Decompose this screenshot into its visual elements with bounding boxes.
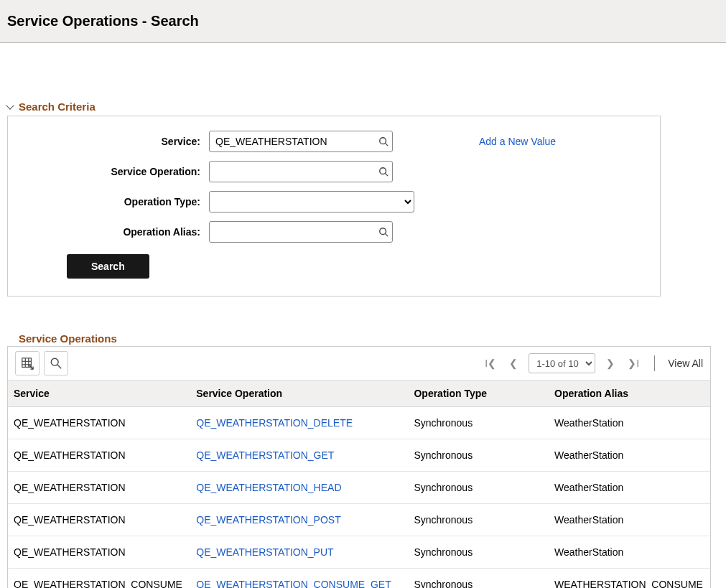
grid-find-button[interactable] [44,351,68,375]
search-criteria-label: Search Criteria [19,101,96,113]
operation-alias-label: Operation Alias: [29,226,209,238]
cell-operation-type: Synchronous [408,407,549,439]
grid-personalize-button[interactable] [15,351,39,375]
service-operation-lookup-icon[interactable] [378,167,388,177]
cell-service-operation-link[interactable]: QE_WEATHERSTATION_PUT [190,536,408,569]
service-operation-label: Service Operation: [29,166,209,177]
last-page-icon[interactable]: ❯I [625,358,641,369]
svg-line-1 [386,144,388,146]
cell-operation-alias: WeatherStation [549,472,710,504]
page-header: Service Operations - Search [0,0,726,43]
cell-operation-alias: WeatherStation [549,536,710,569]
search-criteria-box: Service: Add a New Value Service Operati… [7,116,661,297]
cell-service-operation-link[interactable]: QE_WEATHERSTATION_DELETE [190,407,408,439]
view-all-link[interactable]: View All [668,358,703,369]
first-page-icon[interactable]: I❮ [483,358,498,369]
cell-service: QE_WEATHERSTATION [8,504,190,536]
operation-type-select[interactable] [209,191,414,213]
cell-service: QE_WEATHERSTATION_CONSUME [8,569,190,589]
cell-operation-type: Synchronous [408,472,549,504]
svg-point-0 [380,138,386,144]
svg-line-3 [386,174,388,177]
next-page-icon[interactable]: ❯ [602,358,618,369]
search-button[interactable]: Search [67,254,149,279]
col-operation-alias[interactable]: Operation Alias [549,381,710,407]
cell-operation-type: Synchronous [408,504,549,536]
service-operations-heading: Service Operations [19,332,719,345]
cell-service-operation-link[interactable]: QE_WEATHERSTATION_POST [190,504,408,536]
col-service-operation[interactable]: Service Operation [190,381,408,407]
cell-operation-alias: WEATHERSTATION_CONSUME [549,569,710,589]
cell-service: QE_WEATHERSTATION [8,407,190,439]
svg-point-4 [380,228,386,235]
cell-operation-type: Synchronous [408,569,549,589]
cell-service-operation-link[interactable]: QE_WEATHERSTATION_GET [190,439,408,472]
cell-operation-type: Synchronous [408,439,549,472]
row-range-select[interactable]: 1-10 of 10 [529,353,595,373]
service-input[interactable] [209,131,393,152]
grid-header-row: Service Service Operation Operation Type… [8,381,710,407]
cell-operation-type: Synchronous [408,536,549,569]
col-service[interactable]: Service [8,381,190,407]
operation-alias-input[interactable] [209,221,393,243]
cell-operation-alias: WeatherStation [549,504,710,536]
table-row: QE_WEATHERSTATION_CONSUMEQE_WEATHERSTATI… [8,569,710,589]
cell-service: QE_WEATHERSTATION [8,472,190,504]
svg-point-11 [51,358,58,365]
service-operation-input[interactable] [209,161,393,182]
table-row: QE_WEATHERSTATIONQE_WEATHERSTATION_GETSy… [8,439,710,472]
svg-line-12 [57,365,61,368]
cell-operation-alias: WeatherStation [549,439,710,472]
table-row: QE_WEATHERSTATIONQE_WEATHERSTATION_DELET… [8,407,710,439]
table-row: QE_WEATHERSTATIONQE_WEATHERSTATION_HEADS… [8,472,710,504]
service-label: Service: [29,136,209,147]
svg-line-5 [386,234,388,237]
add-new-value-link[interactable]: Add a New Value [479,136,556,147]
grid-table: Service Service Operation Operation Type… [8,381,710,588]
prev-page-icon[interactable]: ❮ [506,358,521,369]
search-criteria-heading[interactable]: Search Criteria [7,101,719,113]
cell-operation-alias: WeatherStation [549,407,710,439]
service-operations-grid: I❮ ❮ 1-10 of 10 ❯ ❯I View All Service Se… [7,346,711,588]
cell-service: QE_WEATHERSTATION [8,439,190,472]
chevron-down-icon [6,101,14,109]
cell-service-operation-link[interactable]: QE_WEATHERSTATION_CONSUME_GET [190,569,408,589]
page-title: Service Operations - Search [7,13,719,29]
service-lookup-icon[interactable] [378,136,388,146]
grid-toolbar: I❮ ❮ 1-10 of 10 ❯ ❯I View All [8,347,710,381]
operation-type-label: Operation Type: [29,196,209,207]
cell-service: QE_WEATHERSTATION [8,536,190,569]
toolbar-separator [654,355,655,371]
cell-service-operation-link[interactable]: QE_WEATHERSTATION_HEAD [190,472,408,504]
table-row: QE_WEATHERSTATIONQE_WEATHERSTATION_POSTS… [8,504,710,536]
table-row: QE_WEATHERSTATIONQE_WEATHERSTATION_PUTSy… [8,536,710,569]
col-operation-type[interactable]: Operation Type [408,381,549,407]
svg-point-2 [380,168,386,174]
operation-alias-lookup-icon[interactable] [378,227,388,237]
